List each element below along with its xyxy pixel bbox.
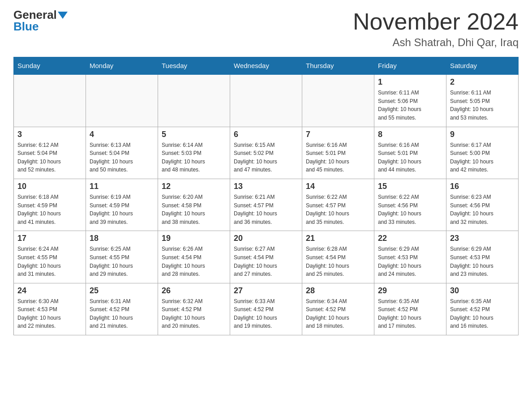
day-info: Sunrise: 6:16 AMSunset: 5:01 PMDaylight:… [378, 141, 442, 174]
calendar-week-row: 17Sunrise: 6:24 AMSunset: 4:55 PMDayligh… [14, 231, 519, 283]
calendar-cell: 13Sunrise: 6:21 AMSunset: 4:57 PMDayligh… [230, 179, 302, 231]
day-info: Sunrise: 6:22 AMSunset: 4:57 PMDaylight:… [306, 193, 370, 226]
day-info: Sunrise: 6:25 AMSunset: 4:55 PMDaylight:… [90, 245, 154, 278]
calendar-cell: 19Sunrise: 6:26 AMSunset: 4:54 PMDayligh… [158, 231, 230, 283]
day-info: Sunrise: 6:20 AMSunset: 4:58 PMDaylight:… [162, 193, 226, 226]
day-number: 20 [234, 234, 298, 243]
day-info: Sunrise: 6:13 AMSunset: 5:04 PMDaylight:… [90, 141, 154, 174]
calendar-week-row: 1Sunrise: 6:11 AMSunset: 5:06 PMDaylight… [14, 74, 519, 127]
calendar-week-row: 24Sunrise: 6:30 AMSunset: 4:53 PMDayligh… [14, 283, 519, 335]
calendar-cell: 8Sunrise: 6:16 AMSunset: 5:01 PMDaylight… [374, 127, 446, 179]
calendar-cell: 29Sunrise: 6:35 AMSunset: 4:52 PMDayligh… [374, 283, 446, 335]
day-number: 2 [450, 77, 515, 87]
day-number: 14 [306, 182, 370, 191]
day-info: Sunrise: 6:35 AMSunset: 4:52 PMDaylight:… [450, 297, 515, 330]
calendar-cell: 26Sunrise: 6:32 AMSunset: 4:52 PMDayligh… [158, 283, 230, 335]
day-info: Sunrise: 6:16 AMSunset: 5:01 PMDaylight:… [306, 141, 370, 174]
calendar-cell: 11Sunrise: 6:19 AMSunset: 4:59 PMDayligh… [86, 179, 158, 231]
day-number: 13 [234, 182, 298, 191]
day-info: Sunrise: 6:32 AMSunset: 4:52 PMDaylight:… [162, 297, 226, 330]
day-number: 29 [378, 286, 442, 295]
calendar-cell: 24Sunrise: 6:30 AMSunset: 4:53 PMDayligh… [14, 283, 86, 335]
calendar-cell [14, 74, 86, 127]
day-number: 9 [450, 130, 515, 139]
day-info: Sunrise: 6:22 AMSunset: 4:56 PMDaylight:… [378, 193, 442, 226]
day-info: Sunrise: 6:19 AMSunset: 4:59 PMDaylight:… [90, 193, 154, 226]
logo-blue-text: Blue [13, 21, 39, 32]
day-number: 6 [234, 130, 298, 139]
day-number: 16 [450, 182, 515, 191]
calendar-cell: 6Sunrise: 6:15 AMSunset: 5:02 PMDaylight… [230, 127, 302, 179]
day-number: 12 [162, 182, 226, 191]
calendar-cell: 14Sunrise: 6:22 AMSunset: 4:57 PMDayligh… [302, 179, 374, 231]
calendar-cell: 3Sunrise: 6:12 AMSunset: 5:04 PMDaylight… [14, 127, 86, 179]
day-info: Sunrise: 6:18 AMSunset: 4:59 PMDaylight:… [17, 193, 82, 226]
day-number: 1 [378, 77, 442, 87]
day-number: 27 [234, 286, 298, 295]
day-info: Sunrise: 6:31 AMSunset: 4:52 PMDaylight:… [90, 297, 154, 330]
calendar-cell: 22Sunrise: 6:29 AMSunset: 4:53 PMDayligh… [374, 231, 446, 283]
day-info: Sunrise: 6:27 AMSunset: 4:54 PMDaylight:… [234, 245, 298, 278]
calendar-header-monday: Monday [86, 57, 158, 75]
day-number: 15 [378, 182, 442, 191]
calendar-header-wednesday: Wednesday [230, 57, 302, 75]
calendar-cell: 25Sunrise: 6:31 AMSunset: 4:52 PMDayligh… [86, 283, 158, 335]
calendar-cell: 27Sunrise: 6:33 AMSunset: 4:52 PMDayligh… [230, 283, 302, 335]
calendar-header-tuesday: Tuesday [158, 57, 230, 75]
day-number: 8 [378, 130, 442, 139]
day-info: Sunrise: 6:21 AMSunset: 4:57 PMDaylight:… [234, 193, 298, 226]
day-number: 18 [90, 234, 154, 243]
day-info: Sunrise: 6:15 AMSunset: 5:02 PMDaylight:… [234, 141, 298, 174]
day-info: Sunrise: 6:23 AMSunset: 4:56 PMDaylight:… [450, 193, 515, 226]
day-info: Sunrise: 6:29 AMSunset: 4:53 PMDaylight:… [378, 245, 442, 278]
day-info: Sunrise: 6:24 AMSunset: 4:55 PMDaylight:… [17, 245, 82, 278]
calendar-cell [230, 74, 302, 127]
day-info: Sunrise: 6:30 AMSunset: 4:53 PMDaylight:… [17, 297, 82, 330]
calendar-header-thursday: Thursday [302, 57, 374, 75]
day-number: 25 [90, 286, 154, 295]
calendar-header-sunday: Sunday [14, 57, 86, 75]
day-number: 5 [162, 130, 226, 139]
calendar-week-row: 10Sunrise: 6:18 AMSunset: 4:59 PMDayligh… [14, 179, 519, 231]
day-number: 3 [17, 130, 82, 139]
day-info: Sunrise: 6:14 AMSunset: 5:03 PMDaylight:… [162, 141, 226, 174]
day-number: 17 [17, 234, 82, 243]
day-number: 23 [450, 234, 515, 243]
logo: General Blue [13, 9, 68, 32]
calendar-cell: 9Sunrise: 6:17 AMSunset: 5:00 PMDaylight… [446, 127, 519, 179]
calendar-cell: 18Sunrise: 6:25 AMSunset: 4:55 PMDayligh… [86, 231, 158, 283]
day-info: Sunrise: 6:11 AMSunset: 5:05 PMDaylight:… [450, 89, 515, 122]
calendar-cell: 20Sunrise: 6:27 AMSunset: 4:54 PMDayligh… [230, 231, 302, 283]
calendar-cell: 5Sunrise: 6:14 AMSunset: 5:03 PMDaylight… [158, 127, 230, 179]
day-info: Sunrise: 6:33 AMSunset: 4:52 PMDaylight:… [234, 297, 298, 330]
calendar-cell: 4Sunrise: 6:13 AMSunset: 5:04 PMDaylight… [86, 127, 158, 179]
day-info: Sunrise: 6:12 AMSunset: 5:04 PMDaylight:… [17, 141, 82, 174]
day-number: 22 [378, 234, 442, 243]
calendar-cell: 16Sunrise: 6:23 AMSunset: 4:56 PMDayligh… [446, 179, 519, 231]
svg-marker-0 [58, 12, 68, 19]
day-info: Sunrise: 6:35 AMSunset: 4:52 PMDaylight:… [378, 297, 442, 330]
day-number: 28 [306, 286, 370, 295]
day-info: Sunrise: 6:34 AMSunset: 4:52 PMDaylight:… [306, 297, 370, 330]
day-number: 7 [306, 130, 370, 139]
day-info: Sunrise: 6:28 AMSunset: 4:54 PMDaylight:… [306, 245, 370, 278]
calendar-cell: 1Sunrise: 6:11 AMSunset: 5:06 PMDaylight… [374, 74, 446, 127]
day-info: Sunrise: 6:26 AMSunset: 4:54 PMDaylight:… [162, 245, 226, 278]
calendar-header-row: SundayMondayTuesdayWednesdayThursdayFrid… [14, 57, 519, 75]
day-number: 11 [90, 182, 154, 191]
calendar-cell: 23Sunrise: 6:29 AMSunset: 4:53 PMDayligh… [446, 231, 519, 283]
calendar-cell: 12Sunrise: 6:20 AMSunset: 4:58 PMDayligh… [158, 179, 230, 231]
calendar-cell [302, 74, 374, 127]
day-info: Sunrise: 6:29 AMSunset: 4:53 PMDaylight:… [450, 245, 515, 278]
day-number: 26 [162, 286, 226, 295]
day-info: Sunrise: 6:17 AMSunset: 5:00 PMDaylight:… [450, 141, 515, 174]
location-subtitle: Ash Shatrah, Dhi Qar, Iraq [353, 36, 519, 49]
calendar-cell [158, 74, 230, 127]
day-number: 30 [450, 286, 515, 295]
calendar-cell: 30Sunrise: 6:35 AMSunset: 4:52 PMDayligh… [446, 283, 519, 335]
title-area: November 2024 Ash Shatrah, Dhi Qar, Iraq [353, 9, 519, 49]
day-info: Sunrise: 6:11 AMSunset: 5:06 PMDaylight:… [378, 89, 442, 122]
page-header: General Blue November 2024 Ash Shatrah, … [13, 9, 519, 49]
calendar-cell: 2Sunrise: 6:11 AMSunset: 5:05 PMDaylight… [446, 74, 519, 127]
calendar-cell: 15Sunrise: 6:22 AMSunset: 4:56 PMDayligh… [374, 179, 446, 231]
